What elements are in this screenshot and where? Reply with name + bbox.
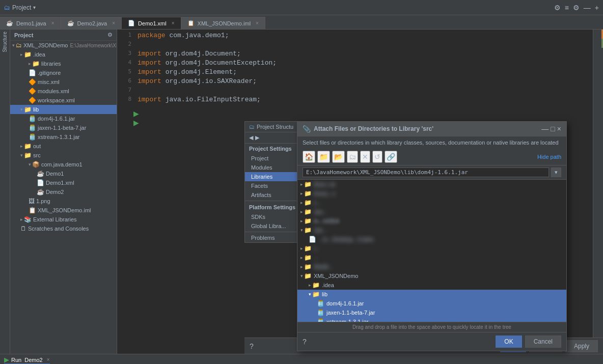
dt-arrow-lib2: ▾ bbox=[309, 292, 311, 297]
tab-demo1java[interactable]: ☕ Demo1.java × bbox=[0, 17, 61, 29]
hide-path-button[interactable]: Hide path bbox=[537, 154, 561, 160]
dt-item-dom4j2[interactable]: 🫙 dom4j-1.6.1.jar bbox=[297, 299, 566, 308]
dialog-close-button[interactable]: × bbox=[557, 125, 561, 133]
run-config-icon[interactable]: ≡ bbox=[565, 4, 569, 12]
dt-label-6: Jav... bbox=[314, 227, 326, 233]
bottom-help-icon[interactable]: ? bbox=[250, 342, 254, 350]
dt-item-1[interactable]: ▸ 📁 Elect..nk bbox=[297, 180, 566, 189]
tab-demo1xml[interactable]: 📄 Demo1.xml × bbox=[122, 17, 181, 29]
tree-item-1png[interactable]: 🖼 1.png bbox=[10, 197, 117, 206]
toolbar-refresh-button[interactable]: ↺ bbox=[372, 151, 382, 163]
dt-label-3: c... bbox=[314, 200, 321, 206]
dialog-ok-button[interactable]: OK bbox=[496, 335, 522, 348]
tree-item-demo2[interactable]: ☕ Demo2 bbox=[10, 187, 117, 197]
settings-icon[interactable]: ⚙ bbox=[573, 4, 580, 12]
dt-folder-4: 📁 bbox=[304, 208, 312, 215]
tree-label-workspace-xml: workspace.xml bbox=[38, 97, 75, 103]
tree-item-iml[interactable]: 📋 XML_JSONDemo.iml bbox=[10, 206, 117, 215]
dialog-tree[interactable]: ▸ 📁 Elect..nk ▸ 📁 Every...s ▸ 📁 c... ▸ 📁… bbox=[297, 180, 566, 322]
dt-item-idea2[interactable]: ▸ 📁 .idea bbox=[297, 281, 566, 290]
tree-item-src[interactable]: ▾ 📁 src bbox=[10, 151, 117, 160]
tree-item-xml-jsondemo[interactable]: ▾ 🗂 XML_JSONDemo E:\JavaHomework\XML_JSO… bbox=[10, 41, 117, 50]
toolbar-link-button[interactable]: 🔗 bbox=[385, 151, 397, 163]
tab-iml-close[interactable]: × bbox=[256, 20, 259, 26]
bottom-apply-button[interactable]: Apply bbox=[565, 340, 598, 352]
dt-item-7[interactable]: 📄 ...In...Desktop...Codes bbox=[297, 235, 566, 244]
dt-item-9[interactable]: ▸ 📁 ... bbox=[297, 253, 566, 262]
tab-demo2java[interactable]: ☕ Demo2.java × bbox=[61, 17, 122, 29]
dt-item-lib2[interactable]: ▾ 📁 lib bbox=[297, 290, 566, 299]
tab-demo2java-label: Demo2.java bbox=[77, 20, 107, 26]
dt-item-xstream2[interactable]: 🫙 xstream-1.3.1.jar bbox=[297, 317, 566, 322]
path-input[interactable] bbox=[303, 167, 549, 177]
ps-item-modules[interactable]: Modules bbox=[245, 163, 305, 172]
code-line-7: 7 bbox=[117, 87, 593, 96]
tree-item-modules-xml[interactable]: 🔶 modules.xml bbox=[10, 87, 117, 96]
code-line-1: 1 package com.java.demo1; bbox=[117, 32, 593, 41]
tree-item-demo1[interactable]: ☕ Demo1 bbox=[10, 169, 117, 178]
tree-item-misc-xml[interactable]: 🔶 misc.xml bbox=[10, 77, 117, 87]
dt-item-4[interactable]: ▸ 📁 Jav... bbox=[297, 207, 566, 216]
sidebar-gear-icon[interactable]: ⚙ bbox=[107, 32, 113, 38]
path-dropdown-button[interactable]: ▾ bbox=[551, 167, 561, 177]
ps-item-global-libraries[interactable]: Global Libra... bbox=[245, 221, 305, 231]
ps-item-project[interactable]: Project bbox=[245, 154, 305, 163]
tree-item-out[interactable]: ▸ 📁 out bbox=[10, 142, 117, 151]
tree-item-com-java-demo1[interactable]: ▾ 📦 com.java.demo1 bbox=[10, 160, 117, 169]
ps-section-platform: Platform Settings bbox=[245, 202, 305, 212]
tree-item-gitignore[interactable]: 📄 .gitignore bbox=[10, 68, 117, 77]
tree-item-workspace-xml[interactable]: 🔶 workspace.xml bbox=[10, 96, 117, 105]
tree-item-dom4j[interactable]: 🫙 dom4j-1.6.1.jar bbox=[10, 114, 117, 123]
dialog-help-button[interactable]: ? bbox=[303, 338, 307, 346]
toolbar-folder2-button[interactable]: 📂 bbox=[332, 151, 345, 163]
ps-nav-forward-button[interactable]: ▶ bbox=[255, 134, 259, 141]
dt-item-2[interactable]: ▸ 📁 Every...s bbox=[297, 189, 566, 198]
dt-folder-1: 📁 bbox=[304, 181, 312, 188]
ps-nav-back-button[interactable]: ◀ bbox=[249, 134, 253, 141]
dt-item-3[interactable]: ▸ 📁 c... bbox=[297, 198, 566, 207]
project-icon: 🗂 bbox=[4, 4, 10, 11]
dt-item-10[interactable]: ▸ 📁 WwW... bbox=[297, 262, 566, 271]
tab-demo1xml-close[interactable]: × bbox=[172, 20, 175, 26]
dt-arrow-3: ▸ bbox=[300, 200, 303, 205]
tab-demo2java-close[interactable]: × bbox=[112, 20, 115, 26]
dt-item-5[interactable]: ▸ 📁 In...InDEA bbox=[297, 216, 566, 226]
tree-item-lib[interactable]: ▾ 📁 lib bbox=[10, 105, 117, 114]
dialog-action-buttons: OK Cancel bbox=[496, 335, 561, 348]
dt-item-8[interactable]: ▸ 📁 l... bbox=[297, 244, 566, 253]
toolbar-folder3-button[interactable]: 🗂 bbox=[347, 151, 358, 163]
minus-icon[interactable]: — bbox=[584, 4, 591, 12]
scratches-icon: 🗒 bbox=[20, 225, 26, 232]
code-line-5: 5 import org.dom4j.Element; bbox=[117, 68, 593, 77]
tree-item-demo1xml[interactable]: 📄 Demo1.xml bbox=[10, 178, 117, 187]
ps-item-artifacts[interactable]: Artifacts bbox=[245, 190, 305, 200]
toolbar-home-button[interactable]: 🏠 bbox=[303, 151, 315, 163]
more-icon[interactable]: + bbox=[595, 4, 599, 12]
dialog-minimize-button[interactable]: — bbox=[541, 125, 549, 133]
dt-folder-6: 📁 bbox=[304, 227, 312, 234]
tree-item-xstream[interactable]: 🫙 xstream-1.3.1.jar bbox=[10, 132, 117, 142]
tree-item-jaxen[interactable]: 🫙 jaxen-1.1-beta-7.jar bbox=[10, 123, 117, 132]
tree-item-libraries[interactable]: ▸ 📁 libraries bbox=[10, 59, 117, 68]
tree-item-scratches[interactable]: 🗒 Scratches and Consoles bbox=[10, 224, 117, 233]
dt-item-jaxen2[interactable]: 🫙 jaxen-1.1-beta-7.jar bbox=[297, 308, 566, 317]
tree-item-external-libs[interactable]: ▸ 📚 External Libraries bbox=[10, 215, 117, 224]
ps-item-facets[interactable]: Facets bbox=[245, 181, 305, 190]
tab-demo1java-close[interactable]: × bbox=[51, 20, 54, 26]
dialog-cancel-button[interactable]: Cancel bbox=[525, 335, 561, 348]
run-tab-close[interactable]: × bbox=[47, 357, 50, 362]
dt-arrow-idea2: ▸ bbox=[309, 283, 311, 288]
dt-item-6[interactable]: ▾ 📁 Jav... bbox=[297, 226, 566, 235]
tab-xmljsondemo-iml[interactable]: 📋 XML_JSONDemo.iml × bbox=[181, 17, 265, 29]
ps-item-sdks[interactable]: SDKs bbox=[245, 212, 305, 221]
structure-icon[interactable]: Structure bbox=[2, 32, 8, 52]
ps-item-problems[interactable]: Problems bbox=[245, 233, 305, 242]
tree-item-idea[interactable]: ▸ 📁 .idea bbox=[10, 50, 117, 59]
toolbar-newfolder-button[interactable]: 📁 bbox=[317, 151, 330, 163]
dt-item-xmljsondemo[interactable]: ▾ 📁 XML_JSONDemo bbox=[297, 271, 566, 281]
toolbar-delete-button[interactable]: ✕ bbox=[360, 151, 370, 163]
dialog-maximize-button[interactable]: □ bbox=[551, 125, 555, 133]
ps-item-libraries[interactable]: Libraries bbox=[245, 172, 305, 181]
build-icon[interactable]: ⚙ bbox=[554, 4, 561, 12]
run-tab-run[interactable]: ▶ Run Demo2 × bbox=[4, 356, 50, 364]
